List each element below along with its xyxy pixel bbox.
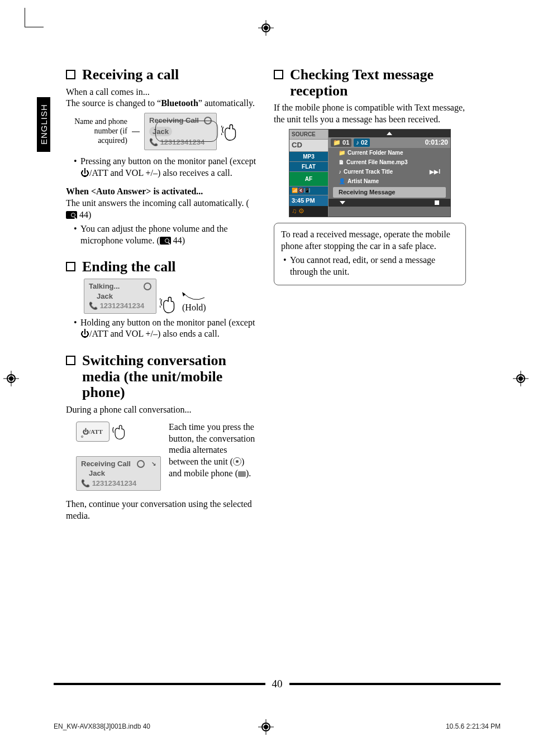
footer-left: EN_KW-AVX838[J]001B.indb 40 (54, 722, 150, 730)
screen-title: Receiving Call (149, 116, 199, 126)
hold-gesture-icon (160, 295, 179, 314)
flat-label: FLAT (289, 162, 328, 172)
unit-icon (233, 457, 241, 466)
screen-title: Talking... (89, 281, 120, 291)
heading-ending-text: Ending the call (82, 259, 176, 275)
stop-icon (435, 200, 439, 205)
track-title: Current Track Title (344, 168, 393, 175)
power-icon: ⏻ (80, 329, 89, 338)
screen-number: 12312341234 (100, 302, 145, 310)
folder-num: 01 (342, 139, 349, 146)
folder-icon: 📁 (339, 149, 345, 156)
bottom-icons: ♫ ⚙ (289, 206, 328, 217)
heading-receiving: Receiving a call (66, 67, 258, 83)
screen-name: Jack (81, 468, 156, 479)
right-column: Checking Text message reception If the m… (274, 67, 466, 522)
left-column: Receiving a call When a call comes in...… (66, 67, 258, 522)
screen-name: Jack (149, 127, 172, 137)
af-label: AF (289, 172, 328, 186)
talking-screen: Talking... Jack 📞 12312341234 (84, 279, 156, 314)
screen-name: Jack (89, 291, 151, 302)
receiving-message-banner: Receiving Message (333, 187, 446, 197)
receiving-line1: When a call comes in... (66, 87, 258, 98)
file-icon: 🗎 (339, 159, 344, 166)
svg-marker-21 (182, 292, 185, 296)
att-button[interactable]: ⏻/ATT (76, 422, 110, 442)
auto-answer-heading: When <Auto Answer> is activated... (66, 186, 258, 198)
switching-then: Then, continue your conversation using t… (66, 499, 258, 522)
artist-icon: 👤 (339, 178, 345, 185)
note-box: To read a received message, operate the … (274, 223, 466, 285)
heading-switching-text: Switching conversation media (the unit/m… (82, 353, 258, 401)
receiving-line2: The source is changed to “Bluetooth” aut… (66, 98, 258, 109)
section-bullet-icon (66, 70, 75, 79)
call-status-icon (137, 460, 145, 468)
artist-name: Artist Name (348, 178, 379, 185)
call-status-icon (204, 117, 212, 125)
track-num: 02 (361, 139, 368, 146)
clock-time: 3:45 PM (292, 197, 315, 204)
source-label: SOURCE (289, 130, 328, 140)
cd-label: CD (289, 140, 328, 152)
heading-switching: Switching conversation media (the unit/m… (66, 353, 258, 401)
device-screen: SOURCE CD MP3 FLAT AF 📶🔇📳 3:45 PM ♫ ⚙ ▶/… (289, 129, 451, 217)
heading-checking: Checking Text message reception (274, 67, 466, 99)
receiving-bullet: Pressing any button on the monitor panel… (74, 156, 258, 179)
footer-separator: 40 (54, 678, 501, 690)
call-status-icon (144, 283, 151, 290)
arrow-out-icon: ↘ (151, 460, 156, 468)
ending-bullet: Holding any button on the monitor panel … (74, 317, 258, 341)
auto-answer-line: The unit answers the incoming call autom… (66, 198, 258, 221)
section-bullet-icon (66, 262, 75, 271)
heading-checking-text: Checking Text message reception (290, 67, 466, 99)
body-receiving: When a call comes in... The source is ch… (66, 87, 258, 247)
note-bullet: You cannot read, edit, or send a message… (283, 255, 459, 278)
next-icon: ▶▶I (430, 168, 440, 175)
receiving-call-screen: Receiving Call Jack 📞 12312341234 (144, 113, 217, 150)
down-arrow-icon (340, 201, 345, 204)
tap-gesture-icon (221, 122, 240, 141)
switching-description: Each time you press the button, the conv… (169, 422, 255, 480)
note-line1: To read a received message, operate the … (281, 229, 459, 252)
reference-icon (160, 237, 171, 245)
file-name: Current File Name.mp3 (346, 159, 407, 166)
press-gesture-icon (112, 423, 129, 440)
footer-right: 10.5.6 2:21:34 PM (446, 722, 501, 730)
play-pause-icon: ▶/II (474, 1, 483, 8)
reference-icon (66, 211, 77, 219)
auto-answer-bullet: You can adjust the phone volume and the … (74, 223, 258, 247)
mp3-label: MP3 (289, 152, 328, 162)
mobile-phone-icon (238, 471, 246, 477)
footer-meta: EN_KW-AVX838[J]001B.indb 40 10.5.6 2:21:… (54, 722, 501, 730)
receiving-figure: Name and phone number (if acquired) Rece… (66, 113, 258, 150)
power-icon: ⏻ (80, 168, 89, 178)
page-number: 40 (265, 678, 289, 690)
ending-figure: Talking... Jack 📞 12312341234 (Hold) (84, 279, 258, 314)
screen-number: 12312341234 (92, 479, 137, 487)
up-arrow-icon (387, 132, 392, 135)
section-bullet-icon (66, 356, 75, 365)
heading-receiving-text: Receiving a call (82, 67, 179, 83)
hold-label: (Hold) (182, 303, 206, 312)
folder-name: Current Folder Name (348, 149, 403, 156)
callout-label-1: Name and phone (66, 117, 127, 127)
section-bullet-icon (274, 70, 283, 79)
screen-title: Receiving Call (81, 459, 131, 469)
checking-intro: If the mobile phone is compatible with T… (274, 102, 466, 126)
heading-ending: Ending the call (66, 259, 258, 275)
play-time: 0:01:20 (425, 138, 448, 147)
switching-intro: During a phone call conversation... (66, 404, 258, 416)
screen-number: 12312341234 (160, 138, 205, 146)
note-icon: ♪ (339, 168, 341, 175)
switching-screen: Receiving Call↘ Jack 📞 12312341234 (76, 456, 161, 491)
prev-icon: I◀◀ (74, 138, 84, 146)
status-icons-row: 📶🔇📳 (289, 186, 328, 196)
